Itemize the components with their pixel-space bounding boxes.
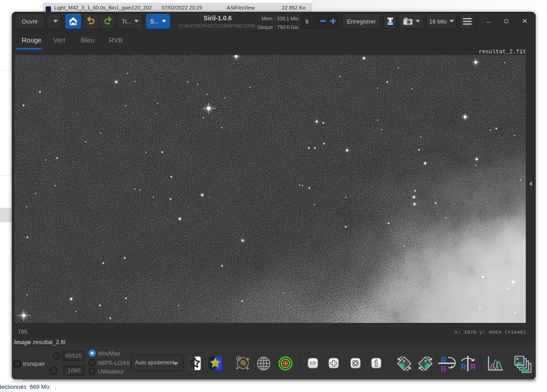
svg-text:R: R (441, 364, 446, 373)
svg-text:R: R (470, 363, 475, 371)
svg-text:R: R (461, 363, 466, 371)
